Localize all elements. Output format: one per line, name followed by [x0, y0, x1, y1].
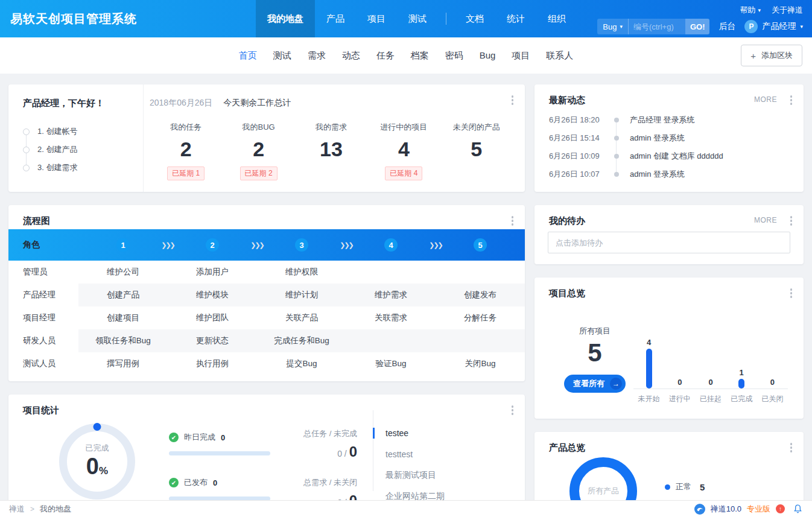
card-menu-button[interactable]	[788, 441, 795, 454]
activity-item: 6月26日 15:14 admin 登录系统	[549, 129, 791, 147]
activity-item: 6月26日 18:20 产品经理 登录系统	[549, 111, 791, 129]
subnav-task[interactable]: 任务	[376, 50, 395, 62]
delayed-badge: 已延期 4	[385, 167, 422, 180]
nav-organization[interactable]: 组织	[536, 0, 577, 37]
nav-report[interactable]: 统计	[495, 0, 536, 37]
footer-bar: 禅道 > 我的地盘 禅道10.0 专业版 ↑	[0, 500, 812, 517]
subnav-project[interactable]: 项目	[512, 50, 530, 62]
project-list-item[interactable]: 最新测试项目	[377, 465, 510, 486]
card-menu-button[interactable]	[510, 94, 516, 107]
welcome-card: 产品经理，下午好！ 1. 创建帐号 2. 创建产品 3. 创建需求	[8, 84, 525, 192]
bell-icon[interactable]	[793, 504, 803, 514]
subnav-contacts[interactable]: 联系人	[546, 50, 573, 62]
add-todo-input[interactable]	[548, 232, 790, 253]
subnav-dynamic[interactable]: 动态	[342, 50, 360, 62]
search-input[interactable]	[629, 22, 685, 31]
flow-arrow-icon: ❯❯❯	[161, 241, 174, 249]
admin-link[interactable]: 后台	[718, 21, 735, 32]
subnav-file[interactable]: 档案	[411, 50, 429, 62]
vertical-divider	[373, 410, 373, 491]
search-type-dropdown[interactable]: Bug ▾	[597, 19, 629, 34]
card-title: 我的待办	[549, 215, 585, 227]
card-menu-button[interactable]	[510, 404, 516, 417]
stat-my-bugs: 我的BUG 2 已延期 2	[222, 122, 294, 180]
onboarding-steps: 1. 创建帐号 2. 创建产品 3. 创建需求	[23, 122, 143, 177]
project-list-item[interactable]: testee	[377, 422, 510, 443]
subnav-items: 首页 测试 需求 动态 任务 档案 密码 Bug 项目 联系人	[239, 50, 574, 62]
flowchart-row-tester: 测试人员 撰写用例 执行用例 提交Bug 验证Bug 关闭Bug	[8, 352, 525, 375]
caret-down-icon: ▾	[620, 24, 623, 30]
breadcrumb-root[interactable]: 禅道	[9, 504, 25, 515]
step-create-account[interactable]: 1. 创建帐号	[23, 122, 143, 141]
activity-item: 6月26日 10:07 admin 登录系统	[549, 165, 791, 183]
nav-divider	[446, 13, 446, 25]
date-row: 2018年06月26日 今天剩余工作总计	[150, 98, 513, 109]
about-zentao-link[interactable]: 关于禅道	[772, 5, 803, 16]
step-create-product[interactable]: 2. 创建产品	[23, 141, 143, 159]
help-menu[interactable]: 帮助 ▾	[740, 5, 761, 16]
delayed-badge: 已延期 1	[167, 167, 205, 180]
edition-label[interactable]: 专业版	[747, 504, 770, 515]
flowchart-row-admin: 管理员 维护公司 添加用户 维护权限	[8, 261, 525, 284]
nav-my-dashboard[interactable]: 我的地盘	[256, 0, 315, 37]
step-bullet-icon	[23, 128, 30, 135]
timeline-dot-icon	[614, 136, 619, 141]
breadcrumb-current: 我的地盘	[40, 504, 71, 515]
step-number-badge: 4	[384, 238, 398, 252]
arrow-right-icon: →	[610, 378, 622, 390]
nav-doc[interactable]: 文档	[454, 0, 495, 37]
todo-card: 我的待办 MORE	[534, 205, 804, 264]
card-title: 流程图	[23, 215, 50, 227]
timeline-dot-icon	[614, 154, 619, 159]
view-all-button[interactable]: 查看所有 →	[564, 375, 626, 393]
timeline-dot-icon	[614, 172, 619, 177]
header-controls: Bug ▾ GO! 后台 P 产品经理 ▾	[597, 19, 803, 34]
totals-column: 总任务 / 未完成 0 / 0 总需求 / 未关闭 0 / 0	[297, 428, 357, 509]
zentao-logo-icon	[694, 504, 705, 515]
user-menu[interactable]: P 产品经理 ▾	[744, 20, 803, 33]
main-nav: 我的地盘 产品 项目 测试 文档 统计 组织	[256, 0, 577, 37]
flowchart-table: 角色 1 ❯❯❯2 ❯❯❯3 ❯❯❯4 ❯❯❯5 管理员 维护公司 添加用户 维…	[8, 205, 525, 375]
card-menu-button[interactable]	[788, 214, 795, 227]
step-bullet-icon	[23, 165, 30, 171]
subnav-password[interactable]: 密码	[445, 50, 463, 62]
subnav-test[interactable]: 测试	[273, 50, 291, 62]
total-tasks: 总任务 / 未完成 0 / 0	[297, 428, 357, 460]
header-top-links: 帮助 ▾ 关于禅道	[740, 5, 803, 16]
subnav-story[interactable]: 需求	[308, 50, 326, 62]
latest-news-card: 最新动态 MORE 6月26日 18:20 产品经理 登录系统 6月26日 15…	[534, 84, 804, 192]
check-circle-icon: ✔	[169, 478, 179, 487]
go-button[interactable]: GO!	[685, 19, 710, 34]
top-header: 易软天创项目管理系统 我的地盘 产品 项目 测试 文档 统计 组织 帮助 ▾ 关…	[0, 0, 812, 37]
work-summary-label: 今天剩余工作总计	[223, 98, 291, 107]
legend-dot-icon	[665, 484, 670, 490]
nav-project[interactable]: 项目	[356, 0, 397, 37]
flowchart-row-project-manager: 项目经理 创建项目 维护团队 关联产品 关联需求 分解任务	[8, 306, 525, 329]
flow-arrow-icon: ❯❯❯	[340, 241, 353, 249]
more-link[interactable]: MORE	[754, 216, 777, 224]
card-menu-button[interactable]	[510, 214, 516, 227]
all-projects-label: 所有项目	[579, 326, 611, 337]
progress-track	[169, 451, 270, 455]
project-overview-card: 项目总览 所有项目 5 查看所有 → 4 0 0 1 0 未开	[534, 278, 804, 419]
plus-icon: +	[750, 51, 756, 60]
card-menu-button[interactable]	[788, 287, 795, 300]
welcome-left-pane: 产品经理，下午好！ 1. 创建帐号 2. 创建产品 3. 创建需求	[8, 84, 144, 192]
step-create-story[interactable]: 3. 创建需求	[23, 159, 143, 177]
card-title: 项目总览	[549, 288, 585, 299]
project-list-item[interactable]: testtest	[377, 443, 510, 465]
flow-arrow-icon: ❯❯❯	[429, 241, 442, 249]
step-number-badge: 5	[474, 238, 487, 252]
version-label[interactable]: 禅道10.0	[711, 504, 741, 515]
subnav-home[interactable]: 首页	[239, 50, 257, 62]
subnav-bug[interactable]: Bug	[480, 50, 496, 62]
left-column: 产品经理，下午好！ 1. 创建帐号 2. 创建产品 3. 创建需求	[8, 84, 525, 517]
upgrade-icon[interactable]: ↑	[776, 504, 785, 513]
donut-legend: 正常 5	[665, 481, 705, 492]
donut-marker-dot	[94, 423, 101, 431]
card-title: 产品总览	[549, 442, 585, 454]
nav-product[interactable]: 产品	[315, 0, 356, 37]
add-block-button[interactable]: + 添加区块	[741, 45, 802, 66]
nav-test[interactable]: 测试	[397, 0, 438, 37]
project-stats-card: 项目统计 已完成 0% ✔ 昨日完成 0	[8, 395, 525, 517]
